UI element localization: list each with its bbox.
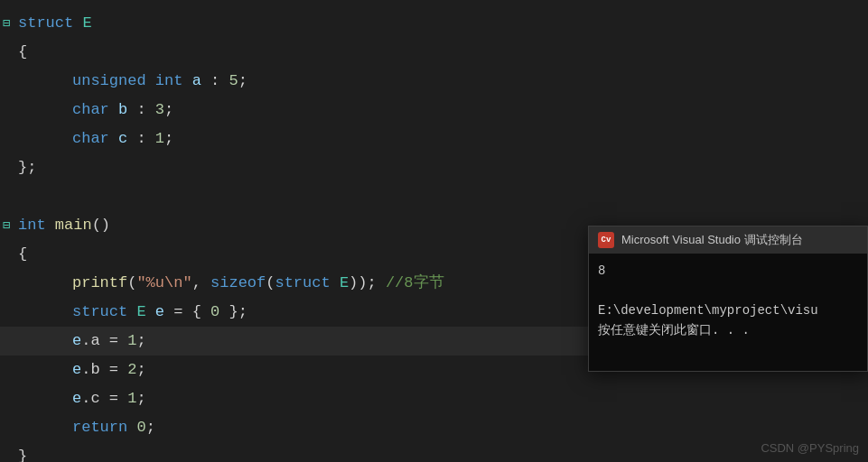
code-content: }; xyxy=(18,153,36,182)
token: : xyxy=(127,130,155,147)
token: struct xyxy=(275,274,330,291)
token: )); xyxy=(349,274,386,291)
token xyxy=(127,419,136,436)
line-indicator: ⊟ xyxy=(0,211,13,240)
line-indicator xyxy=(0,96,13,125)
token: = { xyxy=(164,303,210,320)
terminal-titlebar: Cv Microsoft Visual Studio 调试控制台 xyxy=(589,226,867,254)
code-content: struct E xyxy=(18,9,92,38)
token: { xyxy=(18,245,27,263)
code-content: e.a = 1; xyxy=(18,327,146,356)
token: 3 xyxy=(155,101,164,118)
token xyxy=(46,217,55,234)
token: () xyxy=(92,217,110,234)
code-content: char b : 3; xyxy=(18,96,173,125)
token: char xyxy=(72,101,109,118)
code-content: unsigned int a : 5; xyxy=(18,67,247,96)
token xyxy=(182,72,191,89)
token: c xyxy=(118,130,127,147)
token xyxy=(73,14,82,32)
token: int xyxy=(155,72,183,89)
token: 1 xyxy=(127,390,136,407)
token: char xyxy=(72,130,109,147)
token xyxy=(146,303,155,320)
code-content: return 0; xyxy=(18,413,155,442)
token: ; xyxy=(164,101,173,118)
token: //8字节 xyxy=(386,274,444,291)
terminal-output-4: 按任意键关闭此窗口. . . xyxy=(598,320,858,340)
token: 0 xyxy=(136,419,145,436)
token: "%u\n" xyxy=(136,274,191,291)
watermark: CSDN @PYSpring xyxy=(761,441,859,455)
token: } xyxy=(18,448,27,462)
token: struct xyxy=(18,14,73,32)
token: return xyxy=(72,419,127,436)
token: 0 xyxy=(210,303,219,320)
code-line: { xyxy=(0,38,868,67)
terminal-window[interactable]: Cv Microsoft Visual Studio 调试控制台 8 E:\de… xyxy=(588,226,868,372)
code-content: } xyxy=(18,442,27,462)
code-content: struct E e = { 0 }; xyxy=(18,298,247,327)
code-line: return 0; xyxy=(0,413,868,442)
line-indicator: ⊟ xyxy=(0,9,13,38)
token: ; xyxy=(136,390,145,407)
line-indicator xyxy=(0,269,13,298)
code-line: ⊟struct E xyxy=(0,9,868,38)
token: main xyxy=(55,217,92,234)
code-line xyxy=(0,182,868,211)
code-content: char c : 1; xyxy=(18,125,173,153)
token: 1 xyxy=(127,332,136,349)
token: ( xyxy=(266,274,275,291)
line-indicator xyxy=(0,125,13,153)
token xyxy=(146,72,155,89)
terminal-output-3: E:\development\myproject\visu xyxy=(598,300,858,320)
code-line: e.c = 1; xyxy=(0,384,868,413)
token: printf xyxy=(72,274,127,291)
token: e xyxy=(72,361,81,378)
token: E xyxy=(136,303,145,320)
token: : xyxy=(127,101,155,118)
token: sizeof xyxy=(210,274,266,291)
token: { xyxy=(18,43,27,60)
code-content: e.c = 1; xyxy=(18,384,146,413)
line-indicator xyxy=(0,182,13,211)
token: .c = xyxy=(81,390,127,407)
code-line: unsigned int a : 5; xyxy=(0,67,868,96)
terminal-output-1: 8 xyxy=(598,261,858,281)
token: 5 xyxy=(229,72,238,89)
token: ; xyxy=(136,361,145,378)
token: .b = xyxy=(81,361,127,378)
token: ; xyxy=(238,72,247,89)
terminal-app-icon: Cv xyxy=(598,232,614,248)
token: E xyxy=(340,274,349,291)
line-indicator xyxy=(0,442,13,462)
line-indicator xyxy=(0,240,13,269)
token: }; xyxy=(219,303,247,320)
token: ( xyxy=(127,274,136,291)
token: unsigned xyxy=(72,72,146,89)
token: e xyxy=(155,303,164,320)
terminal-title: Microsoft Visual Studio 调试控制台 xyxy=(621,232,803,248)
token: a xyxy=(192,72,201,89)
code-content: e.b = 2; xyxy=(18,356,146,384)
line-indicator xyxy=(0,298,13,327)
code-content: printf("%u\n", sizeof(struct E)); //8字节 xyxy=(18,269,444,298)
code-line: }; xyxy=(0,153,868,182)
code-content: int main() xyxy=(18,211,110,240)
code-line: char c : 1; xyxy=(0,125,868,153)
token xyxy=(109,130,118,147)
token: 2 xyxy=(127,361,136,378)
code-content: { xyxy=(18,38,27,67)
token: , xyxy=(192,274,210,291)
code-line: char b : 3; xyxy=(0,96,868,125)
line-indicator xyxy=(0,384,13,413)
terminal-output-2 xyxy=(598,281,858,300)
line-indicator xyxy=(0,38,13,67)
line-indicator xyxy=(0,413,13,442)
token: .a = xyxy=(81,332,127,349)
code-content: { xyxy=(18,240,27,269)
code-line: } xyxy=(0,442,868,462)
token: struct xyxy=(72,303,127,320)
token: e xyxy=(72,390,81,407)
token xyxy=(109,101,118,118)
